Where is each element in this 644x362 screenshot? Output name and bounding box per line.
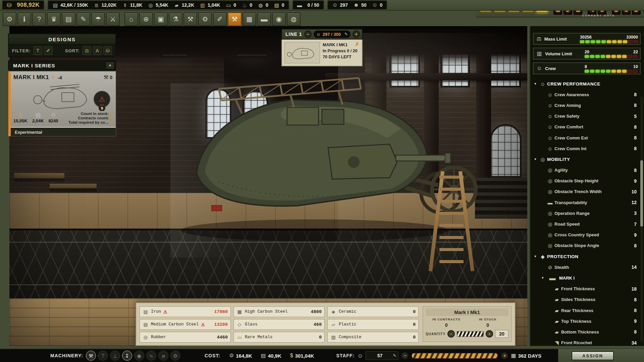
scrollbar-thumb[interactable] bbox=[640, 160, 643, 227]
toolbar-button[interactable] bbox=[76, 12, 90, 26]
filter-button[interactable] bbox=[44, 46, 53, 55]
staff-input[interactable]: 57 ✎ bbox=[366, 351, 398, 360]
toolbar-button[interactable] bbox=[91, 12, 105, 26]
material-name: Rare Metals bbox=[245, 335, 273, 340]
material-value: 0 bbox=[413, 335, 416, 340]
tank-count-display: 0 / 50 bbox=[292, 0, 324, 10]
toolbar-button[interactable] bbox=[183, 12, 197, 26]
design-card-mark1[interactable]: MARK I MK1 -4 0 ⚠ 9 15,05K bbox=[8, 71, 116, 136]
sort-label: SORT: bbox=[65, 48, 80, 53]
toolbar-button[interactable] bbox=[287, 12, 301, 26]
machinery-button[interactable] bbox=[86, 351, 96, 361]
close-icon[interactable]: ✗ bbox=[355, 41, 359, 47]
toolbar-button[interactable] bbox=[124, 12, 138, 26]
toolbar-icon bbox=[129, 16, 133, 22]
material-cell: Composite 0 bbox=[327, 332, 419, 343]
chevron-down-icon: ▼ bbox=[108, 64, 112, 67]
staff-icon bbox=[357, 353, 363, 359]
toolbar-button[interactable] bbox=[139, 12, 153, 26]
toolbar-button[interactable] bbox=[213, 12, 227, 26]
toolbar-button[interactable] bbox=[62, 12, 75, 26]
toolbar-icon bbox=[7, 16, 13, 22]
expander-icon[interactable]: ▼ bbox=[532, 82, 538, 85]
gauge-segment bbox=[617, 55, 621, 58]
toolbar-icon bbox=[261, 16, 268, 22]
material-icon bbox=[143, 309, 149, 314]
sort-button[interactable] bbox=[93, 46, 102, 55]
stat-icon bbox=[546, 178, 554, 183]
design-tag: Experimental bbox=[11, 128, 116, 136]
order-summary: Mark I Mk1 IN CONTRACTS IN STOCK 0 0 QUA… bbox=[423, 306, 512, 342]
toolbar-button[interactable] bbox=[198, 12, 212, 26]
staff-value: 57 bbox=[368, 353, 391, 358]
toolbar-button[interactable] bbox=[32, 12, 46, 26]
remove-worker-button[interactable]: − bbox=[304, 31, 312, 38]
gauge-segment bbox=[580, 40, 584, 43]
gauge-segment bbox=[595, 55, 600, 58]
machinery-button[interactable] bbox=[158, 351, 168, 361]
staff-plus-button[interactable]: + bbox=[501, 352, 508, 359]
filter-sort-bar: FILTER: SORT: bbox=[8, 45, 116, 57]
material-name: Iron bbox=[151, 309, 161, 314]
sort-button[interactable] bbox=[103, 46, 112, 55]
machinery-button[interactable] bbox=[122, 351, 132, 361]
resource-icon bbox=[274, 3, 280, 8]
gauge-segment bbox=[596, 40, 600, 43]
expander-icon[interactable]: ▼ bbox=[540, 276, 546, 280]
stat-row: Crew Awareness 8 bbox=[530, 89, 644, 100]
scrollbar-track[interactable] bbox=[640, 97, 643, 342]
toolbar-button[interactable] bbox=[3, 12, 16, 26]
assign-button[interactable]: ASSIGN bbox=[572, 351, 614, 360]
job-name: MARK I MK1 bbox=[323, 42, 358, 48]
quantity-slider[interactable] bbox=[457, 331, 484, 337]
resource-value: 12,2K bbox=[182, 2, 194, 8]
sort-icon bbox=[85, 48, 89, 53]
machinery-button[interactable] bbox=[170, 351, 180, 361]
toolbar-icon bbox=[276, 16, 282, 22]
quantity-minus-button[interactable]: − bbox=[447, 330, 455, 338]
gauge-segment bbox=[606, 70, 610, 73]
add-worker-button[interactable]: + bbox=[353, 31, 360, 38]
toolbar-button[interactable] bbox=[228, 12, 241, 26]
material-value: 13200 bbox=[214, 322, 228, 327]
line-job-card[interactable]: MARK I MK1 In Progress 0 / 20 70 DAYS LE… bbox=[281, 40, 363, 66]
toolbar-button[interactable] bbox=[47, 12, 61, 26]
gauge-segment bbox=[633, 70, 637, 73]
quantity-value[interactable]: 20 bbox=[495, 330, 508, 338]
job-days-left: 70 DAYS LEFT bbox=[323, 54, 358, 60]
staff-minus-button[interactable]: − bbox=[401, 352, 409, 359]
stat-label: MOBILITY bbox=[547, 157, 570, 162]
machinery-button[interactable] bbox=[110, 351, 120, 361]
toolbar-button[interactable] bbox=[154, 12, 168, 26]
expander-icon[interactable]: ▼ bbox=[532, 255, 538, 258]
toolbar-button[interactable] bbox=[257, 12, 271, 26]
staff-count-item: 297 bbox=[332, 2, 348, 8]
series-title: MARK I SERIES bbox=[13, 63, 55, 68]
staff-count-item: 0 bbox=[372, 2, 383, 8]
gauge-segment bbox=[623, 40, 627, 43]
machinery-button[interactable] bbox=[134, 351, 144, 361]
series-collapse-button[interactable]: ▼ bbox=[106, 62, 114, 69]
expander-icon[interactable]: ▼ bbox=[532, 158, 538, 161]
toolbar-button[interactable] bbox=[243, 12, 256, 26]
cost-item: 301,04K bbox=[290, 353, 314, 359]
stat-label: Operation Range bbox=[554, 211, 590, 216]
toolbar-button[interactable] bbox=[106, 12, 120, 26]
edit-icon[interactable]: ✎ bbox=[393, 353, 396, 358]
machinery-button[interactable] bbox=[146, 351, 156, 361]
toolbar-button[interactable] bbox=[17, 12, 31, 26]
material-icon bbox=[330, 309, 336, 314]
edit-icon[interactable]: ✎ bbox=[344, 32, 348, 37]
date-caption: CURRENT DATE bbox=[582, 14, 615, 17]
stat-icon bbox=[546, 135, 554, 140]
toolbar-button[interactable] bbox=[272, 12, 286, 26]
material-icon bbox=[330, 322, 336, 327]
staff-allocation-bar[interactable] bbox=[411, 353, 498, 359]
quantity-plus-button[interactable]: + bbox=[486, 330, 493, 338]
resource-item: 11,8K bbox=[122, 2, 143, 8]
sort-button[interactable] bbox=[83, 46, 91, 55]
filter-button[interactable] bbox=[34, 46, 42, 55]
stat-row: Bottom Thickness 8 bbox=[530, 326, 644, 337]
machinery-button[interactable] bbox=[98, 351, 108, 361]
toolbar-button[interactable] bbox=[169, 12, 182, 26]
